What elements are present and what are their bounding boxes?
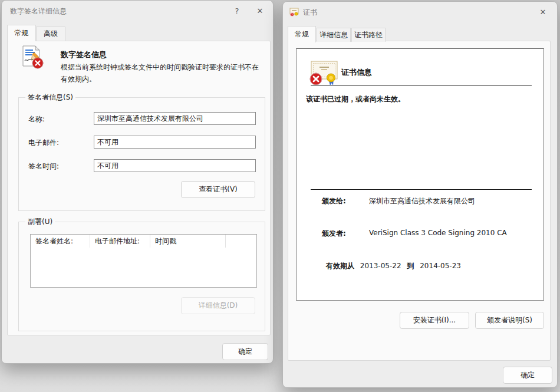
view-certificate-button[interactable]: 查看证书(V)	[181, 181, 255, 198]
right-titlebar[interactable]: 证书 ✕	[283, 2, 557, 23]
general-tab-page: 数字签名信息 根据当前系统时钟或签名文件中的时间戳验证时要求的证书不在有效期内。…	[7, 41, 271, 335]
cert-general-tab-page: 证书信息 该证书已过期，或者尚未生效。 颁发给: 深圳市至高通信技术发展有限公司…	[288, 41, 551, 361]
divider	[311, 189, 532, 190]
signer-info-group-label: 签名者信息(S)	[25, 93, 75, 103]
left-titlebar[interactable]: 数字签名详细信息 ? ✕	[2, 1, 273, 22]
signature-info-description: 根据当前系统时钟或签名文件中的时间戳验证时要求的证书不在有效期内。	[61, 61, 264, 85]
column-signer-name[interactable]: 签名者姓名:	[31, 235, 90, 248]
divider	[311, 85, 532, 85]
column-email-address[interactable]: 电子邮件地址:	[90, 235, 150, 248]
certificate-icon	[309, 61, 339, 88]
certificate-dialog: 证书 ✕ 常规 详细信息 证书路径	[282, 1, 558, 388]
tab-advanced[interactable]: 高级	[36, 27, 65, 41]
name-field[interactable]	[94, 112, 256, 125]
countersignatures-group-label: 副署(U)	[25, 217, 55, 227]
left-ok-button[interactable]: 确定	[222, 343, 268, 360]
signing-time-label: 签名时间:	[28, 162, 59, 172]
table-header-row: 签名者姓名: 电子邮件地址: 时间戳	[31, 235, 256, 248]
countersignatures-group: 副署(U) 签名者姓名: 电子邮件地址: 时间戳 详细信息(D)	[18, 222, 265, 331]
signer-info-group: 签名者信息(S) 名称: 电子邮件: 签名时间: 查看证书(V)	[18, 97, 265, 211]
certificate-info-heading: 证书信息	[341, 67, 372, 78]
right-dialog-title: 证书	[303, 8, 317, 18]
left-dialog-title: 数字签名详细信息	[10, 6, 67, 17]
close-icon: ✕	[540, 8, 546, 17]
email-field[interactable]	[94, 136, 256, 149]
name-label: 名称:	[28, 114, 45, 124]
digital-signature-details-dialog: 数字签名详细信息 ? ✕ 常规 高级 数字签名	[1, 0, 274, 364]
column-spacer	[226, 235, 256, 248]
valid-from-date: 2013-05-22	[360, 262, 401, 270]
install-certificate-button[interactable]: 安装证书(I)...	[400, 312, 469, 329]
issuer-statement-button[interactable]: 颁发者说明(S)	[475, 312, 544, 329]
signature-info-heading: 数字签名信息	[61, 50, 107, 60]
issued-by-value: VeriSign Class 3 Code Signing 2010 CA	[369, 229, 507, 237]
issued-to-label: 颁发给:	[322, 196, 346, 206]
issued-to-value: 深圳市至高通信技术发展有限公司	[369, 196, 475, 206]
right-ok-button[interactable]: 确定	[503, 367, 552, 384]
email-label: 电子邮件:	[28, 138, 59, 148]
tab-general[interactable]: 常规	[7, 25, 36, 41]
countersignatures-table[interactable]: 签名者姓名: 电子邮件地址: 时间戳	[30, 234, 257, 288]
certificate-info-panel: 证书信息 该证书已过期，或者尚未生效。 颁发给: 深圳市至高通信技术发展有限公司…	[296, 48, 544, 301]
issued-by-label: 颁发者:	[322, 229, 346, 239]
right-close-button[interactable]: ✕	[532, 3, 554, 21]
valid-to-date: 2014-05-23	[420, 262, 461, 270]
certificate-small-icon	[289, 8, 299, 17]
tab-cert-details[interactable]: 详细信息	[317, 28, 351, 42]
details-button: 详细信息(D)	[181, 297, 255, 314]
help-icon: ?	[235, 6, 239, 15]
signing-time-field[interactable]	[94, 159, 256, 172]
valid-from-label: 有效期从	[326, 262, 354, 270]
tab-cert-general[interactable]: 常规	[288, 26, 316, 42]
validity-row: 有效期从 2013-05-22 到 2014-05-23	[326, 261, 465, 271]
valid-to-label: 到	[407, 262, 414, 270]
column-timestamp[interactable]: 时间戳	[150, 235, 226, 248]
close-icon: ✕	[257, 6, 263, 15]
certificate-status-text: 该证书已过期，或者尚未生效。	[306, 94, 405, 104]
left-close-button[interactable]: ✕	[249, 2, 271, 20]
signature-document-icon	[19, 45, 45, 73]
help-button[interactable]: ?	[226, 2, 248, 20]
tab-cert-path[interactable]: 证书路径	[351, 28, 386, 42]
